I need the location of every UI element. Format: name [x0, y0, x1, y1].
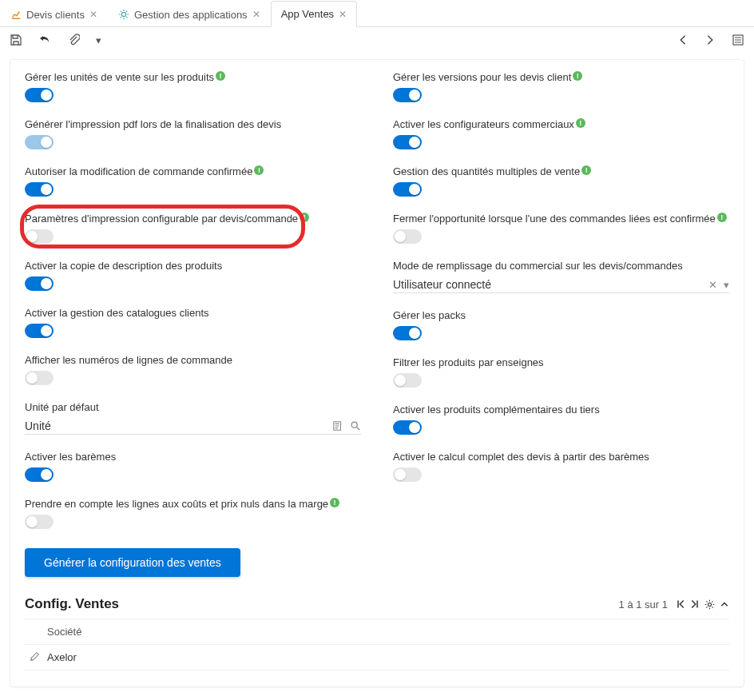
info-icon[interactable]: ! [573, 71, 582, 81]
settings-panel: Gérer les unités de vente sur les produi… [10, 59, 744, 687]
field-label: Gérer les packs [393, 309, 466, 321]
field-label: Activer le calcul complet des devis à pa… [393, 451, 649, 463]
toggle[interactable] [393, 135, 422, 149]
info-icon[interactable]: ! [254, 165, 264, 175]
field-manage-packs: Gérer les packs [393, 309, 729, 340]
field-label: Activer les produits complémentaires du … [393, 404, 600, 416]
list-icon[interactable] [732, 34, 744, 46]
toggle[interactable] [393, 229, 422, 244]
lookup-input[interactable]: Unité [25, 418, 361, 435]
column-header: Société [47, 626, 729, 638]
field-label: Afficher les numéros de lignes de comman… [25, 354, 232, 366]
tab-devis-clients[interactable]: Devis clients ✕ [0, 1, 108, 27]
right-column: Gérer les versions pour les devis client… [393, 71, 729, 577]
generate-config-button[interactable]: Générer la configuration des ventes [25, 548, 240, 577]
toggle[interactable] [25, 88, 54, 102]
info-icon[interactable]: ! [576, 118, 585, 128]
search-icon[interactable] [350, 420, 361, 432]
toggle[interactable] [393, 420, 422, 435]
toggle[interactable] [393, 88, 422, 102]
input-value: Unité [25, 420, 332, 432]
attach-icon[interactable] [67, 34, 80, 46]
toggle[interactable] [393, 182, 422, 197]
toggle[interactable] [25, 467, 54, 482]
left-column: Gérer les unités de vente sur les produi… [25, 71, 361, 577]
field-label: Fermer l'opportunité lorsque l'une des c… [393, 213, 716, 225]
field-label: Activer la copie de description des prod… [25, 260, 222, 272]
gear-icon [118, 9, 129, 20]
toggle[interactable] [25, 371, 54, 385]
field-label: Gérer les unités de vente sur les produi… [25, 71, 214, 83]
toggle[interactable] [25, 324, 54, 338]
info-icon[interactable]: ! [216, 71, 225, 81]
field-label: Prendre en compte les lignes aux coûts e… [25, 498, 328, 510]
tab-bar: Devis clients ✕ Gestion des applications… [0, 0, 754, 27]
input-value: Utilisateur connecté [393, 278, 708, 291]
field-manage-sale-units: Gérer les unités de vente sur les produi… [25, 71, 361, 102]
first-icon[interactable] [676, 599, 685, 610]
caret-down-icon[interactable]: ▾ [96, 34, 101, 46]
pager-text: 1 à 1 sur 1 [619, 599, 668, 611]
toggle[interactable] [25, 229, 54, 244]
field-show-line-numbers: Afficher les numéros de lignes de comman… [25, 354, 361, 385]
toggle[interactable] [393, 467, 422, 482]
field-enable-baremes: Activer les barèmes [25, 451, 361, 482]
field-filter-brand: Filtrer les produits par enseignes [393, 356, 729, 388]
info-icon[interactable]: ! [717, 213, 727, 222]
select-input[interactable]: Utilisateur connecté ✕ ▾ [393, 276, 729, 293]
field-label: Mode de remplissage du commercial sur le… [393, 260, 683, 272]
field-zero-cost-margin: Prendre en compte les lignes aux coûts e… [25, 498, 361, 529]
field-label: Gestion des quantités multiples de vente [393, 165, 580, 177]
config-table: Société Axelor [25, 618, 729, 670]
field-label: Unité par défaut [25, 401, 99, 413]
close-icon[interactable]: ✕ [252, 10, 260, 19]
pager: 1 à 1 sur 1 [619, 599, 729, 611]
tab-label: Gestion des applications [134, 9, 248, 21]
info-icon[interactable]: ! [330, 498, 339, 507]
highlight-annotation [20, 205, 305, 249]
close-icon[interactable]: ✕ [339, 10, 347, 19]
chevron-up-icon[interactable] [720, 599, 729, 610]
chart-icon [10, 9, 22, 20]
save-icon[interactable] [10, 34, 22, 46]
svg-point-4 [708, 603, 711, 606]
tab-app-ventes[interactable]: App Ventes ✕ [271, 1, 358, 27]
field-label: Activer la gestion des catalogues client… [25, 307, 209, 319]
field-label: Paramètres d'impression configurable par… [25, 213, 298, 225]
field-label: Activer les configurateurs commerciaux [393, 118, 574, 130]
subpanel-title: Config. Ventes [25, 596, 119, 612]
toggle[interactable] [25, 276, 54, 291]
field-multi-qty: Gestion des quantités multiples de vente… [393, 165, 729, 197]
edit-icon[interactable] [25, 651, 47, 663]
field-label: Générer l'impression pdf lors de la fina… [25, 118, 281, 130]
last-icon[interactable] [690, 599, 700, 610]
detail-icon[interactable] [332, 420, 343, 432]
field-generate-pdf: Générer l'impression pdf lors de la fina… [25, 118, 361, 149]
field-label: Activer les barèmes [25, 451, 116, 463]
tab-label: App Ventes [281, 8, 335, 20]
table-row[interactable]: Axelor [25, 645, 729, 670]
info-icon[interactable]: ! [300, 213, 309, 222]
gear-icon[interactable] [704, 599, 715, 610]
svg-point-0 [121, 12, 125, 16]
clear-icon[interactable]: ✕ [708, 279, 717, 291]
field-print-params: Paramètres d'impression configurable par… [25, 213, 361, 244]
tab-label: Devis clients [26, 9, 85, 21]
prev-icon[interactable] [677, 34, 689, 46]
toggle[interactable] [25, 135, 54, 149]
undo-icon[interactable] [38, 34, 51, 46]
next-icon[interactable] [704, 34, 716, 46]
info-icon[interactable]: ! [581, 165, 591, 175]
field-label: Gérer les versions pour les devis client [393, 71, 571, 83]
field-salesman-fill-mode: Mode de remplissage du commercial sur le… [393, 260, 729, 293]
svg-point-3 [351, 422, 357, 428]
caret-down-icon[interactable]: ▾ [724, 279, 729, 291]
toggle[interactable] [393, 326, 422, 340]
toggle[interactable] [25, 182, 54, 197]
toggle[interactable] [393, 373, 422, 388]
field-enable-configs: Activer les configurateurs commerciaux! [393, 118, 729, 149]
close-icon[interactable]: ✕ [89, 10, 97, 19]
tab-gestion-applications[interactable]: Gestion des applications ✕ [108, 1, 271, 27]
toggle[interactable] [25, 515, 54, 529]
field-allow-modify-order: Autoriser la modification de commande co… [25, 165, 361, 197]
